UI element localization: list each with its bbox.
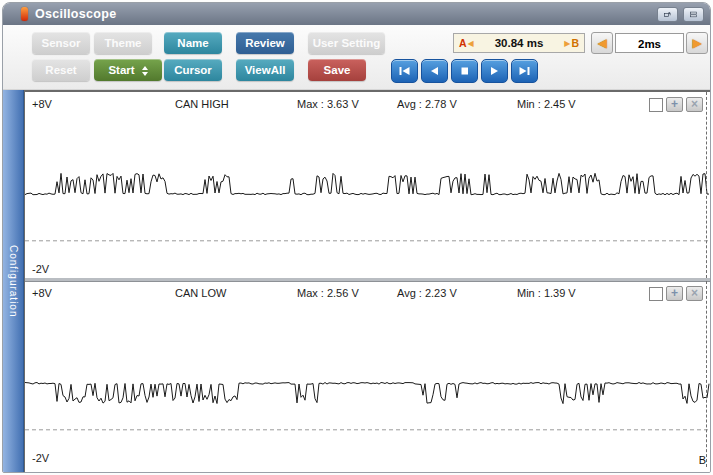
cursor-b-label: B (571, 37, 579, 49)
configuration-panel-tab[interactable]: Configuration (3, 90, 24, 473)
reset-button[interactable]: Reset (32, 59, 90, 81)
avg-readout: Avg : 2.23 V (397, 287, 457, 299)
cursor-b-line[interactable] (706, 92, 707, 278)
user-setting-button[interactable]: User Setting (308, 32, 385, 54)
sensor-button[interactable]: Sensor (32, 32, 90, 54)
review-button[interactable]: Review (236, 32, 294, 54)
tile-windows-button[interactable] (683, 7, 704, 22)
left-arrow-icon: ◀ (597, 36, 606, 50)
y-min-label: -2V (32, 263, 49, 275)
channel-controls: + × (649, 97, 703, 112)
min-readout: Min : 2.45 V (517, 98, 576, 110)
play-icon (488, 66, 501, 76)
max-readout: Max : 2.56 V (297, 287, 359, 299)
channel-can-low: +8V CAN LOW Max : 2.56 V Avg : 2.23 V Mi… (25, 278, 710, 467)
name-button[interactable]: Name (164, 32, 222, 54)
avg-readout: Avg : 2.78 V (397, 98, 457, 110)
step-back-icon (428, 66, 441, 76)
start-button[interactable]: Start (94, 59, 162, 81)
stop-icon (458, 66, 471, 76)
oscilloscope-window: Oscilloscope Sensor Theme Name Review Us… (2, 2, 711, 473)
cursor-button[interactable]: Cursor (164, 59, 222, 81)
toolbar: Sensor Theme Name Review User Setting Re… (3, 25, 710, 90)
start-spinner-icon (142, 66, 148, 76)
timebase-increase-button[interactable]: ▶ (686, 32, 708, 54)
can-high-waveform (25, 92, 710, 278)
plus-icon: + (671, 97, 678, 111)
main-area: Configuration +8V CAN HIGH Max : 3.63 V … (3, 90, 710, 473)
start-button-label: Start (108, 64, 134, 76)
y-max-label: +8V (32, 98, 52, 110)
cursor-a-control[interactable]: A◀ (459, 37, 474, 49)
step-back-button[interactable] (421, 59, 448, 83)
right-arrow-icon: ▶ (692, 36, 701, 50)
channel-can-high: +8V CAN HIGH Max : 3.63 V Avg : 2.78 V M… (25, 92, 710, 278)
cursor-b-line[interactable] (706, 281, 707, 467)
skip-to-end-icon (518, 66, 531, 76)
theme-button[interactable]: Theme (94, 32, 152, 54)
popout-window-button[interactable] (657, 7, 678, 22)
ab-time-value: 30.84 ms (495, 37, 544, 49)
popout-window-icon (664, 9, 671, 20)
skip-to-start-button[interactable] (391, 59, 418, 83)
app-icon (21, 7, 28, 21)
can-low-waveform (25, 281, 710, 467)
cursor-a-arrow-icon: ◀ (468, 39, 474, 48)
skip-to-end-button[interactable] (511, 59, 538, 83)
channel-select-checkbox[interactable] (649, 98, 663, 112)
max-readout: Max : 3.63 V (297, 98, 359, 110)
cursor-b-control[interactable]: ▶B (564, 37, 579, 49)
channel-select-checkbox[interactable] (649, 287, 663, 301)
save-button[interactable]: Save (308, 59, 366, 81)
timebase-decrease-button[interactable]: ◀ (591, 32, 613, 54)
channel-name: CAN LOW (175, 287, 226, 299)
window-title: Oscilloscope (35, 7, 652, 21)
close-icon: × (691, 97, 698, 111)
configuration-tab-label: Configuration (8, 245, 19, 317)
ab-cursor-readout: A◀ 30.84 ms ▶B (453, 33, 585, 53)
min-readout: Min : 1.39 V (517, 287, 576, 299)
tile-windows-icon (690, 9, 697, 20)
y-max-label: +8V (32, 287, 52, 299)
skip-to-start-icon (398, 66, 411, 76)
play-button[interactable] (481, 59, 508, 83)
close-channel-button[interactable]: × (686, 286, 703, 301)
stop-button[interactable] (451, 59, 478, 83)
plus-icon: + (671, 286, 678, 300)
y-min-label: -2V (32, 452, 49, 464)
channel-container: +8V CAN HIGH Max : 3.63 V Avg : 2.78 V M… (24, 90, 710, 473)
cursor-b-marker: B (699, 454, 706, 466)
title-bar: Oscilloscope (3, 3, 710, 25)
zoom-in-channel-button[interactable]: + (666, 97, 683, 112)
channel-controls: + × (649, 286, 703, 301)
timebase-value[interactable]: 2ms (615, 33, 684, 53)
channel-name: CAN HIGH (175, 98, 229, 110)
viewall-button[interactable]: ViewAll (236, 59, 294, 81)
close-icon: × (691, 286, 698, 300)
cursor-b-arrow-icon: ▶ (564, 39, 570, 48)
close-channel-button[interactable]: × (686, 97, 703, 112)
cursor-a-label: A (459, 37, 467, 49)
zoom-in-channel-button[interactable]: + (666, 286, 683, 301)
